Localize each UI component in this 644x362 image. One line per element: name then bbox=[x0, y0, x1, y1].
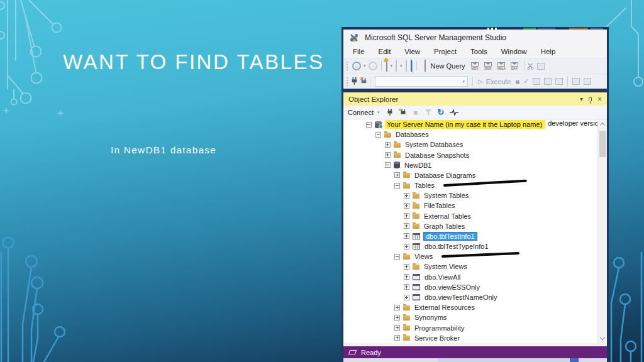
tree-item[interactable]: Database Diagrams bbox=[343, 170, 607, 180]
tree-item[interactable]: Service Broker bbox=[343, 333, 607, 343]
tree-item-label[interactable]: System Tables bbox=[423, 192, 470, 199]
dmx-query-button[interactable]: DMX bbox=[482, 62, 494, 70]
window-position-icon[interactable]: ▾ bbox=[580, 96, 583, 102]
tree-item[interactable]: System Tables bbox=[343, 190, 607, 200]
expand-icon[interactable] bbox=[394, 325, 400, 331]
expand-icon[interactable] bbox=[404, 193, 409, 199]
xmla-query-button[interactable]: XMLA bbox=[496, 62, 508, 70]
tree-item-label[interactable]: NewDB1 bbox=[403, 162, 433, 169]
tree-item[interactable]: Views bbox=[343, 251, 607, 261]
menu-help[interactable]: Help bbox=[534, 47, 563, 57]
menu-file[interactable]: File bbox=[346, 47, 372, 57]
open-file-icon[interactable] bbox=[396, 60, 397, 72]
connect-plug-icon[interactable] bbox=[351, 77, 358, 85]
live-stats-icon[interactable] bbox=[584, 78, 591, 85]
tree-item-label[interactable]: dbo.viewESSOnly bbox=[423, 283, 481, 291]
disconnect-plug-icon[interactable] bbox=[360, 77, 367, 85]
tree-item[interactable]: Tables bbox=[343, 180, 607, 190]
tree-item-label[interactable]: Programmability bbox=[413, 324, 465, 332]
disconnect-object-icon[interactable] bbox=[399, 109, 406, 116]
expand-icon[interactable] bbox=[404, 223, 409, 229]
tree-item[interactable]: Database Snapshots bbox=[343, 150, 607, 160]
tree-item-label[interactable]: Your Server Name (in my case it the Lapt… bbox=[385, 120, 545, 129]
tree-item-label[interactable]: Service Broker bbox=[413, 334, 461, 342]
save-icon[interactable] bbox=[406, 60, 407, 72]
parse-check-icon[interactable]: ✓ bbox=[523, 77, 529, 85]
tree-item[interactable]: dbo.tblTestInfo1 bbox=[343, 231, 607, 241]
save-all-icon[interactable] bbox=[411, 60, 412, 72]
query-plan-icon[interactable] bbox=[572, 78, 580, 85]
scrollbar-thumb[interactable] bbox=[599, 131, 606, 157]
results-grid-icon[interactable] bbox=[544, 78, 552, 85]
tree-item-label[interactable]: Database Diagrams bbox=[413, 172, 477, 179]
forward-button[interactable]: → bbox=[369, 62, 377, 70]
collapse-icon[interactable] bbox=[375, 132, 381, 138]
tree-item-label[interactable]: Graph Tables bbox=[423, 222, 466, 230]
expand-icon[interactable] bbox=[404, 213, 409, 219]
tree-item[interactable]: Databases bbox=[343, 129, 607, 140]
vertical-scrollbar[interactable] bbox=[597, 119, 607, 343]
connect-object-icon[interactable] bbox=[387, 109, 393, 116]
tree-item[interactable]: dbo.tblTestTypeInfo1 bbox=[343, 241, 607, 251]
tree-item-label[interactable]: External Resources bbox=[413, 304, 476, 311]
menu-edit[interactable]: Edit bbox=[372, 47, 398, 57]
tree-item[interactable]: dbo.viewESSOnly bbox=[343, 282, 607, 292]
expand-icon[interactable] bbox=[394, 305, 400, 310]
object-explorer-titlebar[interactable]: Object Explorer ▾ × bbox=[343, 92, 607, 106]
execute-button[interactable]: ▷ Execute bbox=[475, 78, 513, 85]
chevron-down-icon[interactable]: ▾ bbox=[400, 63, 402, 69]
tree-item-label[interactable]: dbo.tblTestInfo1 bbox=[423, 232, 477, 241]
expand-icon[interactable] bbox=[404, 203, 409, 209]
tree-item[interactable]: External Tables bbox=[343, 211, 607, 221]
connect-button[interactable]: Connect ▾ bbox=[348, 109, 381, 116]
tree-item-label[interactable]: FileTables bbox=[423, 202, 457, 209]
tree-item-label[interactable]: System Views bbox=[423, 263, 469, 270]
tree-item[interactable]: dbo.viewTestNameOnly bbox=[343, 292, 607, 302]
expand-icon[interactable] bbox=[394, 172, 400, 178]
chevron-down-icon[interactable]: ▾ bbox=[364, 63, 366, 69]
tree-item-label[interactable]: dbo.tblTestTypeInfo1 bbox=[423, 243, 490, 250]
tree-item[interactable]: dbo.ViewAll bbox=[343, 272, 607, 282]
analyze-icon[interactable] bbox=[533, 78, 540, 85]
expand-icon[interactable] bbox=[385, 152, 391, 158]
copy-icon[interactable] bbox=[537, 63, 545, 70]
mdx-query-button[interactable]: MDX bbox=[469, 62, 481, 70]
tree-item[interactable]: FileTables bbox=[343, 200, 607, 211]
collapse-icon[interactable] bbox=[394, 254, 400, 260]
tree-item[interactable]: External Resources bbox=[343, 302, 607, 312]
expand-icon[interactable] bbox=[404, 264, 409, 270]
tree-item-label[interactable]: Tables bbox=[413, 182, 436, 189]
close-icon[interactable]: × bbox=[597, 95, 602, 104]
expand-icon[interactable] bbox=[404, 233, 409, 239]
scroll-up-icon[interactable] bbox=[600, 123, 605, 128]
pin-icon[interactable] bbox=[589, 97, 592, 101]
collapse-icon[interactable] bbox=[366, 122, 372, 128]
database-icon[interactable] bbox=[555, 78, 563, 85]
tree-item[interactable]: Your Server Name (in my case it the Lapt… bbox=[343, 119, 607, 129]
tree-item[interactable]: Programmability bbox=[343, 322, 607, 332]
expand-icon[interactable] bbox=[404, 295, 409, 300]
expand-icon[interactable] bbox=[385, 142, 391, 148]
chevron-down-icon[interactable]: ▾ bbox=[391, 63, 393, 69]
stop-icon[interactable]: ■ bbox=[515, 78, 519, 85]
tree-item-label[interactable]: System Databases bbox=[404, 141, 464, 148]
menu-project[interactable]: Project bbox=[427, 47, 464, 57]
menu-tools[interactable]: Tools bbox=[464, 47, 494, 57]
tree-item-label[interactable]: dbo.viewTestNameOnly bbox=[423, 293, 499, 301]
expand-icon[interactable] bbox=[394, 335, 400, 341]
tree-item-label[interactable]: Databases bbox=[394, 131, 430, 138]
tree-item-label[interactable]: Synonyms bbox=[413, 314, 448, 321]
activity-monitor-icon[interactable] bbox=[450, 109, 458, 116]
toolbar-grip[interactable] bbox=[346, 77, 348, 87]
collapse-icon[interactable] bbox=[385, 162, 391, 168]
expand-icon[interactable] bbox=[404, 284, 409, 290]
tree-item-label[interactable]: Database Snapshots bbox=[404, 151, 470, 159]
stop-icon[interactable]: ■ bbox=[414, 109, 418, 116]
database-selector-dropdown[interactable]: ▾ bbox=[375, 76, 468, 87]
cut-icon[interactable] bbox=[527, 63, 534, 70]
toolbar-grip[interactable] bbox=[346, 61, 348, 71]
scroll-down-icon[interactable] bbox=[600, 335, 605, 340]
dax-query-button[interactable]: DAX bbox=[509, 62, 521, 70]
tree-item[interactable]: NewDB1 bbox=[343, 160, 607, 170]
back-button[interactable]: ← bbox=[352, 62, 361, 70]
